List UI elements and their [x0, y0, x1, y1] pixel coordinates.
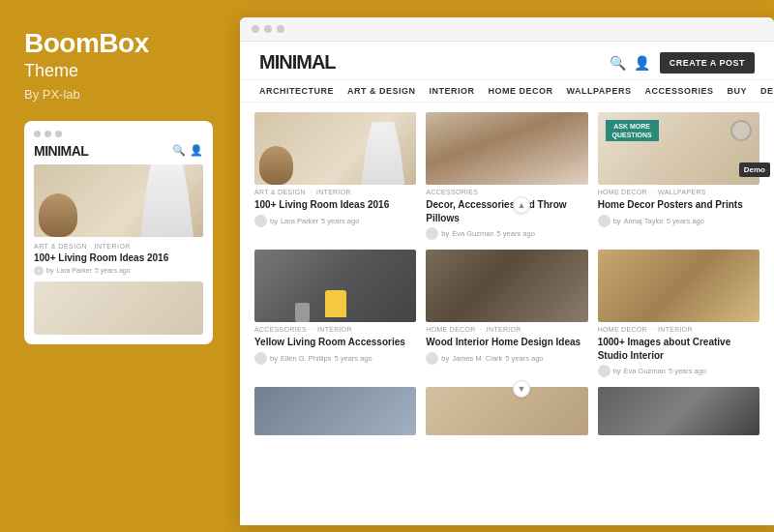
card-img-yellow [254, 250, 416, 322]
card-pillows: ACCESSORIES Decor, Accessories and Throw… [426, 112, 587, 240]
card4-avatar [254, 352, 267, 365]
nav-wallpapers[interactable]: WALLPAPERS [567, 86, 632, 96]
card5-time: 5 years ago [505, 354, 543, 363]
card-img-pillows [426, 112, 587, 185]
card3-meta: HOME DECOR · WALLPAPERS [598, 189, 759, 195]
card3-time: 5 years ago [667, 217, 704, 225]
browser-dot-1 [252, 25, 259, 33]
site-header: MINIMAL 🔍 👤 CREATE A POST [240, 42, 774, 80]
basket-decoration [39, 193, 77, 237]
nav-home-decor[interactable]: HOME DECOR [489, 86, 553, 96]
card5-title[interactable]: Wood Interior Home Design Ideas [426, 336, 587, 349]
nav-interior[interactable]: INTERIOR [430, 86, 475, 96]
card-yellow-room: ACCESSORIES · INTERIOR Yellow Living Roo… [254, 250, 416, 377]
card3-title[interactable]: Home Decor Posters and Prints [598, 198, 759, 212]
mockup-author-prefix: by [46, 267, 53, 274]
card1-author-name: Lara Parker [281, 217, 318, 225]
card-studio: HOME DECOR · INTERIOR 1000+ Images about… [598, 250, 759, 377]
mockup-hero-image [34, 164, 203, 237]
mockup-card-title: 100+ Living Room Ideas 2016 [34, 251, 203, 264]
card6-by: by [613, 367, 621, 375]
search-icon[interactable]: 🔍 [610, 55, 626, 71]
nav-buy[interactable]: BUY [727, 86, 747, 96]
scroll-down-arrow[interactable]: ▼ [513, 380, 530, 398]
create-post-button[interactable]: CREATE A POST [660, 52, 755, 74]
card4-meta: ACCESSORIES · INTERIOR [254, 326, 416, 333]
card1-meta: ART & DESIGN · INTERIOR [254, 189, 416, 195]
card5-by: by [441, 354, 449, 363]
nav-demos[interactable]: DEMOS [760, 86, 774, 96]
mockup-author-time: 5 years ago [95, 267, 131, 274]
mockup-author: by Lara Parker 5 years ago [34, 266, 203, 276]
card1-author: by Lara Parker 5 years ago [254, 215, 416, 227]
card1-title[interactable]: 100+ Living Room Ideas 2016 [254, 198, 416, 212]
scroll-up-arrow[interactable]: ▲ [513, 196, 530, 214]
left-panel: BoomBox Theme By PX-lab MINIMAL 🔍 👤 ART … [0, 0, 240, 532]
card-grid: ART & DESIGN · INTERIOR 100+ Living Room… [240, 103, 774, 387]
card6-author: by Eva Guzman 5 years ago [598, 365, 759, 377]
site-logo: MINIMAL [259, 51, 336, 74]
mockup-logo: MINIMAL [34, 143, 88, 159]
mockup-author-name: Lara Parker [56, 267, 92, 274]
card6-meta: HOME DECOR · INTERIOR [598, 326, 759, 333]
mockup-dots [34, 131, 203, 137]
card2-author-name: Eva Guzman [452, 229, 493, 238]
site-nav: ARCHITECTURE ART & DESIGN INTERIOR HOME … [240, 80, 774, 103]
mockup-user-icon[interactable]: 👤 [190, 144, 203, 157]
card-img-posters: ASK MORE QUESTIONS [598, 112, 759, 185]
card1-time: 5 years ago [321, 217, 359, 225]
bottom-card-3 [598, 387, 759, 435]
card4-author-name: Ellen G. Phillips [281, 354, 332, 363]
mockup-author-avatar [34, 266, 44, 276]
poster-sign: ASK MORE QUESTIONS [606, 120, 659, 141]
card5-avatar [426, 352, 438, 365]
browser-window: MINIMAL 🔍 👤 CREATE A POST ARCHITECTURE A… [240, 17, 774, 525]
card2-title[interactable]: Decor, Accessories and Throw Pillows [426, 198, 587, 224]
mockup-header: MINIMAL 🔍 👤 [34, 143, 203, 159]
header-icons: 🔍 👤 [610, 55, 650, 71]
card-img-bookshelf [426, 250, 587, 322]
clock-img [730, 120, 752, 141]
card4-by: by [270, 354, 278, 363]
mobile-mockup: MINIMAL 🔍 👤 ART & DESIGN · INTERIOR 100+… [24, 121, 213, 344]
card3-by: by [613, 217, 621, 225]
card5-meta: HOME DECOR · INTERIOR [426, 326, 587, 333]
bottom-card-2 [426, 387, 587, 435]
card3-author: by Annaj Taylor 5 years ago [598, 215, 759, 227]
card1-by: by [270, 217, 278, 225]
chair-decoration [140, 164, 194, 237]
nav-accessories[interactable]: ACCESSORIES [644, 86, 713, 96]
card4-title[interactable]: Yellow Living Room Accessories [254, 336, 416, 349]
nav-art-design[interactable]: ART & DESIGN [347, 86, 416, 96]
card4-author: by Ellen G. Phillips 5 years ago [254, 352, 416, 365]
nav-architecture[interactable]: ARCHITECTURE [259, 86, 334, 96]
card6-author-name: Eva Guzman [624, 367, 666, 375]
mockup-dot-1 [34, 131, 41, 137]
card3-avatar [598, 215, 610, 227]
browser-dot-2 [264, 25, 272, 33]
user-icon[interactable]: 👤 [634, 55, 650, 71]
bottom-card-1 [254, 387, 416, 435]
mockup-card-meta: ART & DESIGN · INTERIOR [34, 243, 203, 250]
card6-title[interactable]: 1000+ Images about Creative Studio Inter… [598, 336, 759, 362]
card6-avatar [598, 365, 610, 377]
card4-time: 5 years ago [334, 354, 372, 363]
basket-img [259, 146, 293, 185]
card5-author: by James M. Clark 5 years ago [426, 352, 587, 365]
yellow-chair-img [325, 290, 346, 317]
side-table-img [295, 303, 310, 322]
mockup-search-icon[interactable]: 🔍 [172, 144, 186, 157]
header-right: 🔍 👤 CREATE A POST [610, 52, 755, 74]
mockup-bottom-image [34, 281, 203, 335]
card-posters: ASK MORE QUESTIONS HOME DECOR · WALLPAPE… [598, 112, 759, 240]
card2-avatar [426, 227, 438, 240]
chair-img [361, 122, 404, 185]
card-img-studio [598, 250, 759, 322]
card2-time: 5 years ago [497, 229, 535, 238]
card5-author-name: James M. Clark [452, 354, 502, 363]
card2-meta: ACCESSORIES [426, 189, 587, 195]
browser-dot-3 [277, 25, 284, 33]
card2-author: by Eva Guzman 5 years ago [426, 227, 587, 240]
browser-bar [240, 17, 774, 42]
card6-time: 5 years ago [669, 367, 706, 375]
